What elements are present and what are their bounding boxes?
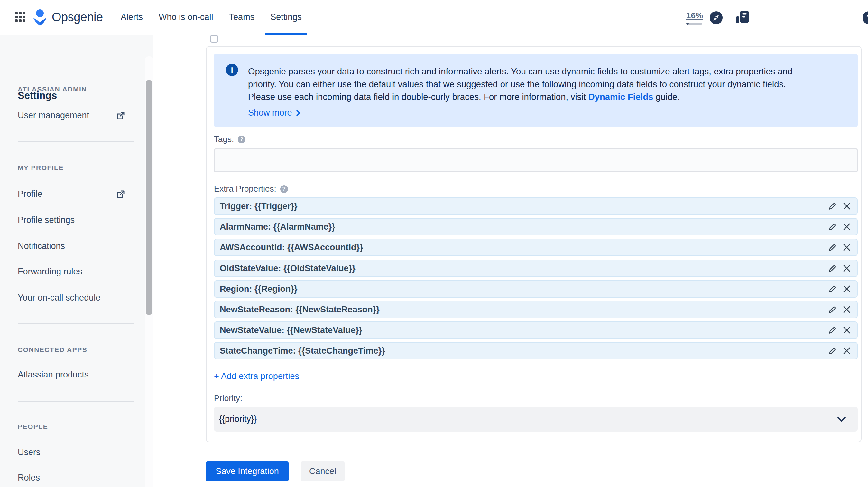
remove-property-button[interactable]: [842, 242, 852, 253]
discover-compass-icon[interactable]: [710, 11, 722, 24]
sidebar-item-label: Atlassian products: [18, 370, 89, 380]
whats-new-icon[interactable]: [736, 11, 749, 25]
section-label-my-profile: MY PROFILE: [18, 164, 64, 172]
extra-property-row: AlarmName: {{AlarmName}}: [214, 218, 858, 235]
sidebar-item-label: Forwarding rules: [18, 267, 82, 277]
sidebar-item-roles[interactable]: Roles: [18, 473, 40, 483]
section-label-atlassian-admin: ATLASSIAN ADMIN: [18, 85, 87, 93]
nav-alerts[interactable]: Alerts: [121, 0, 143, 34]
sidebar-item-users[interactable]: Users: [18, 448, 40, 457]
sidebar-divider: [18, 401, 134, 402]
trial-progress[interactable]: 16%: [686, 11, 702, 25]
extra-property-value: AWSAccountId: {{AWSAccountId}}: [220, 242, 363, 253]
sidebar-item-label: Users: [18, 448, 40, 457]
primary-nav: Alerts Who is on-call Teams Settings: [121, 0, 302, 34]
opsgenie-logo[interactable]: Opsgenie: [32, 0, 103, 34]
extra-property-row: NewStateReason: {{NewStateReason}}: [214, 301, 858, 318]
remove-property-button[interactable]: [842, 346, 852, 356]
tags-help-icon[interactable]: ?: [238, 136, 245, 143]
sidebar-item-profile[interactable]: Profile: [18, 189, 42, 199]
info-banner: i Opsgenie parses your data to construct…: [214, 54, 858, 127]
nav-settings[interactable]: Settings: [270, 0, 302, 34]
extra-property-row: StateChangeTime: {{StateChangeTime}}: [214, 342, 858, 360]
edit-property-button[interactable]: [827, 222, 837, 232]
banner-line-3: Please use each incoming data field in d…: [248, 90, 793, 104]
pencil-icon: [828, 346, 836, 355]
remove-property-button[interactable]: [842, 304, 852, 315]
close-icon: [843, 305, 851, 314]
banner-line-1: Opsgenie parses your data to construct r…: [248, 65, 793, 78]
chevron-down-icon: [836, 416, 847, 423]
nav-who-is-on-call[interactable]: Who is on-call: [159, 0, 213, 34]
sidebar-item-your-on-call-schedule[interactable]: Your on-call schedule: [18, 293, 100, 303]
opsgenie-settings-page: Opsgenie Alerts Who is on-call Teams Set…: [0, 0, 868, 487]
close-icon: [843, 223, 851, 231]
extra-properties-label-row: Extra Properties: ?: [214, 184, 288, 194]
remove-property-button[interactable]: [842, 325, 852, 335]
close-icon: [843, 326, 851, 334]
extra-property-value: AlarmName: {{AlarmName}}: [220, 222, 335, 232]
app-switcher-icon[interactable]: [15, 12, 25, 23]
sidebar-item-label: Your on-call schedule: [18, 293, 100, 303]
edit-property-button[interactable]: [827, 242, 837, 253]
external-link-icon: [116, 190, 125, 199]
extra-property-row: Trigger: {{Trigger}}: [214, 197, 858, 215]
close-icon: [843, 264, 851, 273]
remove-property-button[interactable]: [842, 222, 852, 232]
edit-property-button[interactable]: [827, 201, 837, 211]
close-icon: [843, 202, 851, 210]
sidebar-item-atlassian-products[interactable]: Atlassian products: [18, 370, 89, 380]
pencil-icon: [828, 305, 836, 314]
section-label-connected-apps: CONNECTED APPS: [18, 346, 87, 354]
integration-checkbox-partial[interactable]: [210, 35, 218, 42]
sidebar-divider: [18, 141, 134, 142]
opsgenie-genie-icon: [32, 9, 48, 26]
trial-percent-label: 16%: [686, 11, 702, 21]
priority-label-row: Priority:: [214, 393, 242, 403]
sidebar-item-label: Profile settings: [18, 215, 75, 225]
dynamic-fields-link[interactable]: Dynamic Fields: [588, 92, 653, 102]
tags-input[interactable]: [214, 148, 858, 172]
pencil-icon: [828, 202, 836, 211]
external-link-icon: [116, 111, 125, 120]
edit-property-button[interactable]: [827, 304, 837, 315]
pencil-icon: [828, 284, 836, 293]
nav-teams[interactable]: Teams: [229, 0, 255, 34]
extra-property-row: Region: {{Region}}: [214, 280, 858, 297]
info-icon: i: [226, 64, 238, 76]
add-extra-properties-link[interactable]: + Add extra properties: [214, 371, 299, 381]
remove-property-button[interactable]: [842, 284, 852, 294]
sidebar-item-label: Notifications: [18, 241, 65, 251]
pencil-icon: [828, 243, 836, 252]
show-more-link[interactable]: Show more: [248, 108, 301, 118]
sidebar-scrollbar-track[interactable]: [145, 56, 153, 487]
extra-property-value: NewStateReason: {{NewStateReason}}: [220, 305, 380, 315]
sidebar-scrollbar-thumb[interactable]: [146, 80, 152, 315]
extra-properties-help-icon[interactable]: ?: [280, 185, 288, 193]
cancel-button[interactable]: Cancel: [301, 461, 345, 481]
priority-select[interactable]: {{priority}}: [214, 407, 858, 432]
save-integration-button[interactable]: Save Integration: [206, 461, 288, 481]
edit-property-button[interactable]: [827, 263, 837, 274]
edit-property-button[interactable]: [827, 346, 837, 356]
edit-property-button[interactable]: [827, 325, 837, 335]
sidebar-item-label: User management: [18, 111, 89, 120]
sidebar-item-profile-settings[interactable]: Profile settings: [18, 215, 75, 225]
remove-property-button[interactable]: [842, 201, 852, 211]
sidebar-item-label: Profile: [18, 189, 42, 199]
sidebar-item-label: Roles: [18, 473, 40, 483]
sidebar-item-user-management[interactable]: User management: [18, 111, 89, 120]
navbar-right-cluster: 16%: [772, 0, 868, 34]
close-icon: [843, 285, 851, 293]
extra-property-value: NewStateValue: {{NewStateValue}}: [220, 325, 362, 335]
sidebar-item-forwarding-rules[interactable]: Forwarding rules: [18, 267, 82, 277]
settings-sidebar: Settings ATLASSIAN ADMIN User management…: [0, 35, 153, 487]
edit-property-button[interactable]: [827, 284, 837, 294]
banner-line-2: priority. You can either use the default…: [248, 78, 793, 91]
brand-name: Opsgenie: [52, 10, 103, 24]
banner-line-3-after: guide.: [653, 92, 680, 102]
sidebar-item-notifications[interactable]: Notifications: [18, 241, 65, 251]
remove-property-button[interactable]: [842, 263, 852, 274]
pencil-icon: [828, 222, 836, 231]
close-icon: [843, 243, 851, 252]
